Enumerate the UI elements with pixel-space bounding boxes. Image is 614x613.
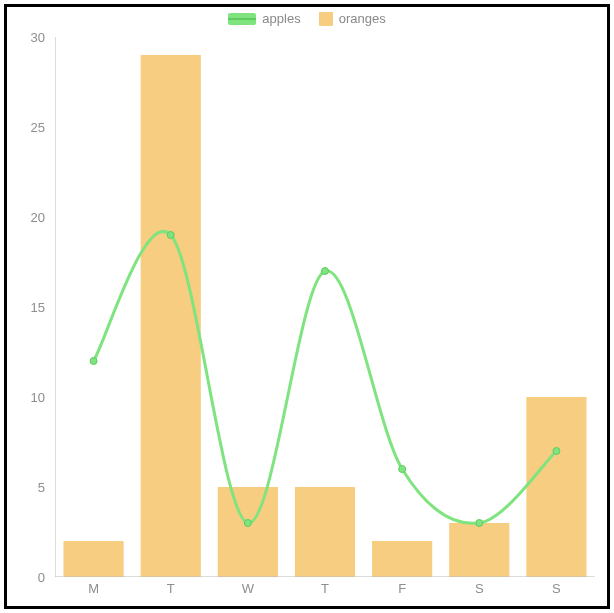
bar [372, 541, 432, 577]
x-tick-label: M [88, 581, 99, 596]
x-tick-label: S [552, 581, 561, 596]
data-point [90, 358, 97, 365]
x-tick-label: W [242, 581, 254, 596]
x-tick-label: F [398, 581, 406, 596]
bar-swatch-icon [319, 12, 333, 26]
x-axis-labels: MTWTFSS [55, 581, 595, 601]
y-tick-label: 30 [7, 30, 45, 45]
legend-label-oranges: oranges [339, 11, 386, 26]
legend-item-apples: apples [228, 11, 300, 26]
line-swatch-icon [228, 13, 256, 25]
data-point [244, 520, 251, 527]
data-point [322, 268, 329, 275]
data-point [399, 466, 406, 473]
legend-item-oranges: oranges [319, 11, 386, 26]
bar [449, 523, 509, 577]
y-tick-label: 5 [7, 480, 45, 495]
plot-area [55, 37, 595, 577]
legend-label-apples: apples [262, 11, 300, 26]
x-tick-label: T [167, 581, 175, 596]
y-tick-label: 25 [7, 120, 45, 135]
y-axis-labels: 051015202530 [7, 37, 51, 577]
bar [295, 487, 355, 577]
data-point [167, 232, 174, 239]
bar [141, 55, 201, 577]
data-point [476, 520, 483, 527]
x-tick-label: T [321, 581, 329, 596]
y-tick-label: 15 [7, 300, 45, 315]
chart-frame: apples oranges 051015202530 MTWTFSS [4, 4, 610, 609]
legend: apples oranges [7, 11, 607, 26]
y-tick-label: 20 [7, 210, 45, 225]
y-tick-label: 0 [7, 570, 45, 585]
y-tick-label: 10 [7, 390, 45, 405]
bar [218, 487, 278, 577]
bar [526, 397, 586, 577]
x-tick-label: S [475, 581, 484, 596]
bar [63, 541, 123, 577]
data-point [553, 448, 560, 455]
